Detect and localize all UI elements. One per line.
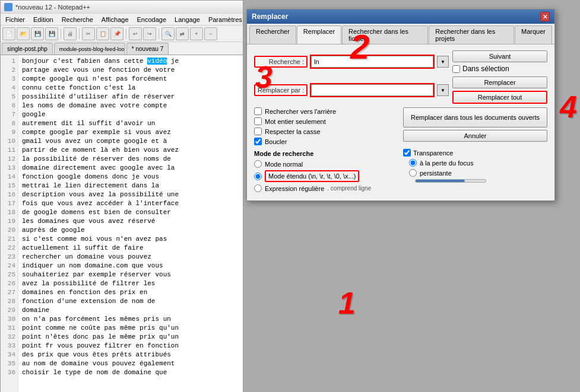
- menu-encodage[interactable]: Encodage: [134, 15, 170, 24]
- line-1: bonjour c'est fabien dans cette vidéo je: [22, 57, 239, 66]
- checkbox-loop-label: Boucler: [265, 138, 287, 145]
- toolbar-save-all[interactable]: 💾: [45, 27, 58, 40]
- app-icon: [4, 3, 12, 11]
- toolbar-paste[interactable]: 📌: [110, 27, 123, 40]
- editor-area[interactable]: 12345 678910 1112131415 1617181920 21222…: [1, 55, 243, 392]
- radio-normal-input[interactable]: [254, 160, 262, 168]
- dialog-tab-projets[interactable]: Rechercher dans les projets: [429, 26, 514, 44]
- toolbar-search[interactable]: 🔍: [161, 27, 175, 40]
- radio-extended: Mode étendu (\n, \r, \t, \0, \x...): [254, 170, 397, 182]
- radio-persistent-input[interactable]: [409, 169, 417, 177]
- line-21: si c'est comme moi vous n'en avez pas: [22, 235, 239, 244]
- line-15: mettrai le lien directement dans la: [22, 181, 239, 190]
- toolbar-zoom-out[interactable]: −: [204, 27, 217, 40]
- replace-button[interactable]: Remplacer: [452, 77, 547, 88]
- menu-affichage[interactable]: Affichage: [98, 15, 132, 24]
- tab-module-posts[interactable]: module-posts-blog-feed-loop.php: [54, 43, 125, 55]
- dans-selection-checkbox[interactable]: [452, 65, 460, 73]
- annotation-1: 1: [338, 285, 356, 321]
- line-16: description vous avez la possibilité une: [22, 190, 239, 199]
- line-5: possibilité d'utiliser afin de réserver: [22, 93, 239, 101]
- replace-in-all-button[interactable]: Remplacer dans tous les documents ouvert…: [403, 107, 547, 128]
- toolbar-redo[interactable]: ↪: [143, 27, 156, 40]
- replace-all-button[interactable]: Remplacer tout: [452, 91, 547, 104]
- dialog-close-button[interactable]: ✕: [540, 12, 550, 21]
- npp-menubar: Fichier Edition Recherche Affichage Enco…: [1, 14, 243, 26]
- transparency-checkbox[interactable]: [403, 149, 411, 157]
- menu-edition[interactable]: Edition: [30, 15, 57, 24]
- line-10: gmail vous avez un compte google et à: [22, 137, 239, 146]
- line-17: fois que vous avez accéder à l'interface: [22, 199, 239, 208]
- dialog-right-col: Remplacer dans tous les documents ouvert…: [403, 107, 547, 195]
- line-23: rechercher un domaine vous pouvez: [22, 253, 239, 262]
- checkbox-row-4: Boucler: [254, 138, 397, 145]
- line-14: fonction google domens donc je vous: [22, 173, 239, 181]
- toolbar-replace[interactable]: ⇄: [176, 27, 189, 40]
- tab-single-post[interactable]: single-post.php: [2, 43, 53, 55]
- replace-dropdown[interactable]: ▼: [437, 84, 449, 96]
- dialog-tab-fichiers[interactable]: Rechercher dans les fichiers: [342, 26, 428, 44]
- radio-regex-input[interactable]: [254, 184, 262, 192]
- toolbar-print[interactable]: 🖨: [64, 27, 77, 40]
- toolbar-open[interactable]: 📂: [17, 27, 30, 40]
- menu-recherche[interactable]: Recherche: [58, 15, 97, 24]
- toolbar-undo[interactable]: ↩: [129, 27, 142, 40]
- tab-nouveau7[interactable]: * nouveau 7: [126, 43, 169, 55]
- checkbox-case-label: Respecter la casse: [265, 128, 321, 135]
- checkbox-case[interactable]: [254, 128, 262, 135]
- toolbar-copy[interactable]: 📋: [96, 27, 109, 40]
- transparency-label: Transparence: [413, 149, 453, 157]
- line-3: compte google qui n'est pas forcément: [22, 75, 239, 84]
- cancel-button[interactable]: Annuler: [403, 130, 547, 142]
- line-numbers: 12345 678910 1112131415 1617181920 21222…: [1, 55, 18, 392]
- toolbar-save[interactable]: 💾: [31, 27, 44, 40]
- checkbox-whole-word[interactable]: [254, 117, 262, 125]
- checkbox-row-3: Respecter la casse: [254, 128, 397, 135]
- line-9: compte google par exemple si vous avez: [22, 128, 239, 137]
- npp-titlebar: *nouveau 12 - Notepad++: [1, 1, 243, 14]
- toolbar-sep1: [61, 28, 61, 39]
- line-7: google: [22, 110, 239, 119]
- radio-persistent: persistante: [409, 169, 547, 177]
- line-19: les domaines que vous avez réservé: [22, 217, 239, 226]
- radio-normal-label: Mode normal: [265, 161, 303, 168]
- radio-extended-input[interactable]: [254, 173, 262, 180]
- checkbox-backwards[interactable]: [254, 107, 262, 115]
- editor-text[interactable]: bonjour c'est fabien dans cette vidéo je…: [18, 55, 243, 392]
- line-29: domaine: [22, 306, 239, 315]
- radio-focus-loss-input[interactable]: [409, 159, 417, 167]
- dialog-tab-marquer[interactable]: Marquer: [515, 26, 552, 44]
- line-4: connu cette fonction c'est la: [22, 84, 239, 93]
- line-8: autrement dit il suffit d'avoir un: [22, 119, 239, 128]
- transparency-title: Transparence: [403, 149, 547, 157]
- checkbox-backwards-label: Rechercher vers l'arrière: [265, 108, 336, 115]
- line-20: auprès de google: [22, 226, 239, 235]
- line-22: actuellement il suffit de faire: [22, 244, 239, 253]
- line-27: domaines en fonction des prix en: [22, 288, 239, 297]
- transparency-slider[interactable]: [415, 179, 486, 183]
- menu-langage[interactable]: Langage: [171, 15, 204, 24]
- search-input[interactable]: [311, 56, 433, 68]
- line-13: domaine directement avec google avec la: [22, 164, 239, 173]
- dialog-tab-remplacer[interactable]: Remplacer: [297, 26, 341, 44]
- toolbar-new[interactable]: 📄: [2, 27, 15, 40]
- radio-focus-loss-label: à la perte du focus: [420, 160, 474, 167]
- dans-selection-label: Dans sélection: [462, 65, 509, 73]
- line-2: partage avec vous une fonction de votre: [22, 66, 239, 75]
- toolbar-cut[interactable]: ✂: [82, 27, 95, 40]
- search-dropdown[interactable]: ▼: [437, 56, 449, 68]
- dialog-tab-rechercher[interactable]: Rechercher: [249, 26, 296, 44]
- radio-regex-extra: . comprend ligne: [327, 185, 371, 192]
- line-6: les noms de domaine avec votre compte: [22, 101, 239, 110]
- next-button[interactable]: Suivant: [452, 50, 547, 62]
- replace-label: Remplacer par :: [254, 84, 308, 96]
- menu-parametres[interactable]: Paramètres: [205, 15, 246, 24]
- radio-extended-label: Mode étendu (\n, \r, \t, \0, \x...): [265, 170, 359, 182]
- menu-fichier[interactable]: Fichier: [2, 15, 28, 24]
- highlight-video: vidéo: [147, 58, 167, 65]
- toolbar-zoom-in[interactable]: +: [190, 27, 203, 40]
- checkbox-loop[interactable]: [254, 138, 262, 145]
- radio-focus-loss: à la perte du focus: [409, 159, 547, 167]
- checkbox-whole-word-label: Mot entier seulement: [265, 118, 326, 125]
- replace-input[interactable]: [311, 84, 433, 96]
